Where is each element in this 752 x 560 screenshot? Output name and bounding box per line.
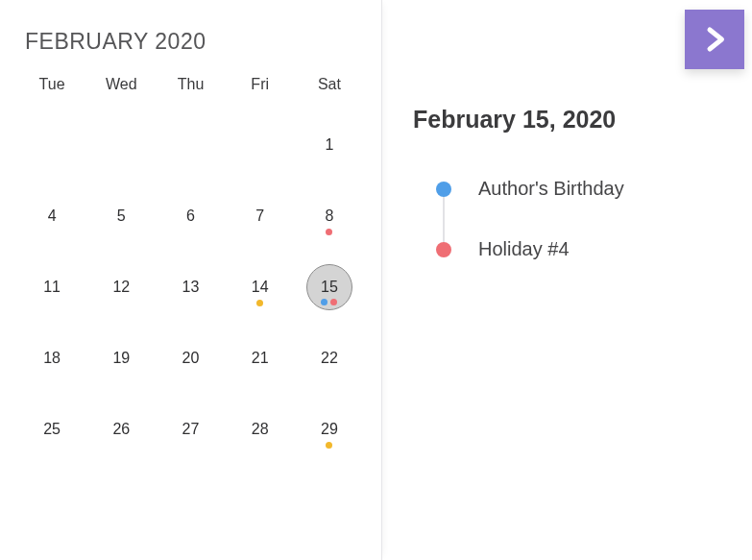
- calendar-day[interactable]: 25: [29, 406, 75, 452]
- calendar-day[interactable]: 1: [306, 122, 352, 168]
- event-timeline: [443, 193, 445, 249]
- day-number: 14: [252, 279, 269, 296]
- day-number: 21: [252, 350, 269, 367]
- calendar-day[interactable]: 7: [237, 193, 283, 239]
- dow-header: Tue: [17, 70, 86, 112]
- dow-header: Fri: [226, 70, 295, 112]
- event-indicator-dots: [326, 442, 332, 449]
- details-pane: February 15, 2020 Author's BirthdayHolid…: [382, 0, 752, 560]
- day-number: 5: [117, 207, 126, 225]
- calendar-day[interactable]: 4: [29, 193, 75, 239]
- yellow-dot-icon: [326, 442, 332, 449]
- calendar-day[interactable]: 26: [98, 406, 144, 452]
- day-number: 19: [112, 350, 130, 367]
- dow-header: Wed: [86, 70, 156, 112]
- day-number: 29: [321, 421, 338, 438]
- event-item[interactable]: Author's Birthday: [436, 178, 721, 200]
- day-number: 4: [48, 207, 57, 225]
- yellow-dot-icon: [256, 300, 263, 306]
- event-indicator-dots: [321, 299, 337, 305]
- blue-dot-icon: [436, 182, 451, 197]
- day-number: 1: [325, 136, 333, 154]
- calendar-day[interactable]: 28: [237, 406, 283, 452]
- day-number: 27: [182, 421, 200, 438]
- calendar-cell: [226, 112, 295, 183]
- calendar-day[interactable]: 15: [306, 264, 352, 310]
- event-item[interactable]: Holiday #4: [436, 238, 721, 260]
- day-number: 20: [182, 350, 200, 367]
- selected-date-heading: February 15, 2020: [413, 106, 721, 134]
- day-number: 15: [321, 279, 338, 296]
- month-title: FEBRUARY 2020: [25, 29, 364, 55]
- calendar-cell: 8: [295, 183, 364, 255]
- blue-dot-icon: [321, 299, 327, 305]
- pink-dot-icon: [330, 299, 337, 305]
- day-number: 22: [321, 350, 338, 367]
- calendar-cell: 13: [156, 255, 225, 326]
- calendar-day[interactable]: 18: [29, 335, 75, 381]
- calendar-day[interactable]: 27: [167, 406, 213, 452]
- calendar-cell: [17, 112, 86, 183]
- calendar-cell: 20: [156, 326, 225, 397]
- calendar-days-grid: 145678111213141518192021222526272829: [17, 112, 364, 468]
- pink-dot-icon: [326, 229, 332, 235]
- calendar-cell: [86, 112, 156, 183]
- calendar-cell: 1: [295, 112, 364, 183]
- calendar-day[interactable]: 20: [167, 335, 213, 381]
- calendar-cell: 27: [156, 397, 225, 468]
- calendar-cell: 29: [295, 397, 364, 468]
- calendar-cell: 25: [17, 397, 86, 468]
- day-number: 13: [182, 279, 200, 296]
- calendar-day[interactable]: 8: [306, 193, 352, 239]
- calendar-cell: [156, 112, 225, 183]
- day-number: 18: [43, 350, 61, 367]
- calendar-day[interactable]: 22: [306, 335, 352, 381]
- calendar-cell: 14: [226, 255, 295, 326]
- event-title: Holiday #4: [478, 238, 570, 260]
- day-number: 8: [325, 207, 333, 225]
- calendar-cell: 21: [226, 326, 295, 397]
- day-number: 25: [43, 421, 61, 438]
- day-number: 7: [255, 207, 264, 225]
- next-month-button[interactable]: [685, 10, 744, 69]
- calendar-day[interactable]: 29: [306, 406, 352, 452]
- dow-header: Thu: [156, 70, 225, 112]
- day-number: 11: [43, 279, 61, 296]
- event-title: Author's Birthday: [478, 178, 624, 200]
- calendar-cell: 5: [86, 183, 156, 255]
- calendar-cell: 12: [86, 255, 156, 326]
- calendar-app: FEBRUARY 2020 Tue Wed Thu Fri Sat 145678…: [0, 0, 752, 560]
- calendar-cell: 7: [226, 183, 295, 255]
- calendar-day[interactable]: 5: [98, 193, 144, 239]
- event-indicator-dots: [256, 300, 263, 306]
- calendar-cell: 19: [86, 326, 156, 397]
- day-number: 28: [252, 421, 269, 438]
- day-number: 26: [112, 421, 130, 438]
- calendar-cell: 22: [295, 326, 364, 397]
- events-list: Author's BirthdayHoliday #4: [436, 178, 721, 260]
- pink-dot-icon: [436, 242, 451, 257]
- day-number: 12: [112, 279, 130, 296]
- dow-header: Sat: [295, 70, 364, 112]
- calendar-day[interactable]: 6: [167, 193, 213, 239]
- dow-header-row: Tue Wed Thu Fri Sat: [17, 70, 364, 112]
- calendar-day[interactable]: 21: [237, 335, 283, 381]
- calendar-pane: FEBRUARY 2020 Tue Wed Thu Fri Sat 145678…: [0, 0, 382, 560]
- event-indicator-dots: [326, 229, 332, 235]
- calendar-cell: 26: [86, 397, 156, 468]
- calendar-cell: 11: [17, 255, 86, 326]
- day-number: 6: [186, 207, 195, 225]
- calendar-cell: 28: [226, 397, 295, 468]
- calendar-day[interactable]: 19: [98, 335, 144, 381]
- calendar-cell: 4: [17, 183, 86, 255]
- chevron-right-icon: [700, 25, 729, 54]
- calendar-cell: 18: [17, 326, 86, 397]
- calendar-day[interactable]: 11: [29, 264, 75, 310]
- calendar-day[interactable]: 13: [167, 264, 213, 310]
- calendar-day[interactable]: 14: [237, 264, 283, 310]
- calendar-cell: 15: [295, 255, 364, 326]
- calendar-cell: 6: [156, 183, 225, 255]
- calendar-day[interactable]: 12: [98, 264, 144, 310]
